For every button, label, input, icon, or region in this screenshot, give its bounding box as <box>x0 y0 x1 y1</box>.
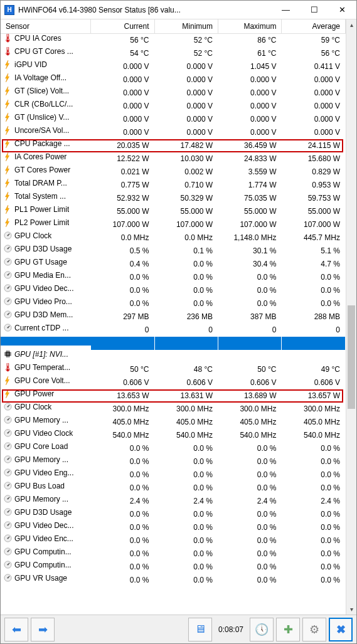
table-row[interactable]: GPU Media En...0.0 %0.0 %0.0 %0.0 % <box>1 271 346 284</box>
table-row[interactable]: Total DRAM P...0.775 W0.710 W1.774 W0.95… <box>1 179 346 192</box>
titlebar[interactable]: H HWiNFO64 v6.14-3980 Sensor Status [86 … <box>1 1 356 19</box>
table-row[interactable]: PL2 Power Limit107.000 W107.000 W107.000… <box>1 218 346 231</box>
expand-left-button[interactable]: ⬅ <box>4 618 28 641</box>
table-row[interactable]: IA Voltage Off...0.000 V0.000 V0.000 V0.… <box>1 73 346 87</box>
sensor-cell[interactable]: GPU D3D Mem... <box>1 310 91 319</box>
table-row[interactable]: iGPU VID0.000 V0.000 V1.045 V0.411 V <box>1 60 346 73</box>
table-row[interactable]: CLR (CBo/LLC/...0.000 V0.000 V0.000 V0.0… <box>1 100 346 113</box>
sensor-cell[interactable]: GPU D3D Usage <box>1 508 91 517</box>
sensor-cell[interactable]: GPU Video Pro... <box>1 297 91 306</box>
sensor-cell[interactable]: CPU IA Cores <box>1 34 91 43</box>
table-row[interactable]: CPU IA Cores56 °C52 °C86 °C59 °C <box>1 34 346 47</box>
clock-button[interactable]: 🕔 <box>250 618 274 641</box>
sensor-cell[interactable]: GPU Video Dec... <box>1 284 91 293</box>
sensor-cell[interactable]: GPU GT Usage <box>1 258 91 267</box>
table-row[interactable]: GPU D3D Mem...297 MB236 MB387 MB288 MB <box>1 310 346 324</box>
table-row[interactable]: GPU Video Enc...0.0 %0.0 %0.0 %0.0 % <box>1 534 346 547</box>
sensor-cell[interactable]: GPU Memory ... <box>1 495 91 504</box>
table-row[interactable]: GPU Bus Load0.0 %0.0 %0.0 %0.0 % <box>1 482 346 495</box>
table-row[interactable]: GPU Memory ...2.4 %2.4 %2.4 %2.4 % <box>1 495 346 508</box>
sensor-cell[interactable]: CLR (CBo/LLC/... <box>1 100 91 108</box>
sensor-cell[interactable] <box>1 337 91 346</box>
table-row[interactable]: GPU Core Load0.0 %0.0 %0.0 %0.0 % <box>1 442 346 455</box>
sensor-cell[interactable]: GPU D3D Usage <box>1 245 91 253</box>
table-row[interactable]: Uncore/SA Vol...0.000 V0.000 V0.000 V0.0… <box>1 126 346 139</box>
sensor-cell[interactable]: IA Voltage Off... <box>1 73 91 82</box>
sensor-cell[interactable]: Current cTDP ... <box>1 324 91 332</box>
table-row[interactable]: GPU Video Clock540.0 MHz540.0 MHz540.0 M… <box>1 429 346 442</box>
table-row[interactable]: CPU GT Cores ...54 °C52 °C61 °C56 °C <box>1 47 346 60</box>
sensor-cell[interactable]: Total System ... <box>1 192 91 201</box>
sensor-cell[interactable]: PL1 Power Limit <box>1 205 91 214</box>
table-row[interactable]: GPU Clock300.0 MHz300.0 MHz300.0 MHz300.… <box>1 403 346 416</box>
sensor-cell[interactable]: GPU Memory ... <box>1 416 91 425</box>
sensor-cell[interactable]: iGPU VID <box>1 60 91 69</box>
sensor-cell[interactable]: GPU Power <box>1 389 91 398</box>
sensor-cell[interactable]: CPU Package ... <box>1 139 91 148</box>
sensor-cell[interactable]: GPU [#1]: NVI... <box>1 350 91 359</box>
sensor-cell[interactable]: GPU Core Load <box>1 442 91 451</box>
col-current[interactable]: Current <box>91 19 154 34</box>
table-row[interactable] <box>1 337 346 350</box>
table-row[interactable]: GPU Temperat...50 °C48 °C50 °C49 °C <box>1 363 346 376</box>
sensor-cell[interactable]: GT (Unslice) V... <box>1 113 91 122</box>
table-row[interactable]: GPU Memory ...405.0 MHz405.0 MHz405.0 MH… <box>1 416 346 429</box>
sensor-cell[interactable]: PL2 Power Limit <box>1 218 91 227</box>
sensor-cell[interactable]: IA Cores Power <box>1 152 91 161</box>
minimize-button[interactable]: — <box>272 1 300 19</box>
scroll-thumb[interactable] <box>348 305 355 409</box>
sensor-cell[interactable]: GPU Computin... <box>1 561 91 569</box>
table-row[interactable]: GPU Video Eng...0.0 %0.0 %0.0 %0.0 % <box>1 468 346 482</box>
table-row[interactable]: GPU D3D Usage0.5 %0.1 %30.1 %5.1 % <box>1 245 346 258</box>
sensor-cell[interactable]: GPU Clock <box>1 403 91 411</box>
sensor-cell[interactable]: GPU Video Enc... <box>1 534 91 543</box>
col-sensor[interactable]: Sensor <box>1 19 91 34</box>
table-row[interactable]: IA Cores Power12.522 W10.030 W24.833 W15… <box>1 152 346 166</box>
sensor-cell[interactable]: GPU Clock <box>1 231 91 240</box>
table-row[interactable]: GT (Slice) Volt...0.000 V0.000 V0.000 V0… <box>1 87 346 100</box>
network-button[interactable]: 🖥 <box>188 618 212 641</box>
table-row[interactable]: GPU D3D Usage0.0 %0.0 %0.0 %0.0 % <box>1 508 346 521</box>
sensor-cell[interactable]: GPU Temperat... <box>1 363 91 372</box>
sensor-cell[interactable]: CPU GT Cores ... <box>1 47 91 56</box>
sensor-cell[interactable]: GPU Computin... <box>1 547 91 556</box>
table-row[interactable]: GPU Core Volt...0.606 V0.606 V0.606 V0.6… <box>1 376 346 389</box>
sensor-cell[interactable]: GPU Video Clock <box>1 429 91 438</box>
table-row[interactable]: GPU Video Dec...0.0 %0.0 %0.0 %0.0 % <box>1 521 346 534</box>
settings-button[interactable]: ⚙ <box>302 618 326 641</box>
scroll-up-icon[interactable]: ▴ <box>346 19 356 30</box>
col-maximum[interactable]: Maximum <box>218 19 281 34</box>
vertical-scrollbar[interactable]: ▴ ▾ <box>346 19 356 615</box>
table-row[interactable]: GPU Computin...0.0 %0.0 %0.0 %0.0 % <box>1 561 346 574</box>
table-row[interactable]: GT (Unslice) V...0.000 V0.000 V0.000 V0.… <box>1 113 346 126</box>
table-row[interactable]: PL1 Power Limit55.000 W55.000 W55.000 W5… <box>1 205 346 218</box>
table-row[interactable]: GPU VR Usage0.0 %0.0 %0.0 %0.0 % <box>1 574 346 587</box>
table-row[interactable]: GPU Power13.653 W13.631 W13.689 W13.657 … <box>1 389 346 403</box>
sensor-cell[interactable]: Uncore/SA Vol... <box>1 126 91 135</box>
sensor-cell[interactable]: GT Cores Power <box>1 166 91 174</box>
sensor-cell[interactable]: GPU Core Volt... <box>1 376 91 385</box>
table-row[interactable]: GPU Video Dec...0.0 %0.0 %0.0 %0.0 % <box>1 284 346 297</box>
sensor-cell[interactable]: GPU Media En... <box>1 271 91 280</box>
scroll-track[interactable] <box>346 30 356 604</box>
table-row[interactable]: GPU Clock0.0 MHz0.0 MHz1,148.0 MHz445.7 … <box>1 231 346 245</box>
sensor-cell[interactable]: GPU VR Usage <box>1 574 91 583</box>
close-button[interactable]: ✕ <box>328 1 356 19</box>
table-row[interactable]: GPU Video Pro...0.0 %0.0 %0.0 %0.0 % <box>1 297 346 310</box>
scroll-down-icon[interactable]: ▾ <box>346 604 356 615</box>
close-sensor-button[interactable]: ✖ <box>329 618 353 641</box>
sensor-cell[interactable]: GT (Slice) Volt... <box>1 87 91 95</box>
sensor-cell[interactable]: Total DRAM P... <box>1 179 91 187</box>
sensor-cell[interactable]: GPU Memory ... <box>1 455 91 464</box>
log-button[interactable]: ✚ <box>276 618 300 641</box>
col-average[interactable]: Average <box>282 19 346 34</box>
table-row[interactable]: CPU Package ...20.035 W17.482 W36.459 W2… <box>1 139 346 152</box>
table-row[interactable]: GPU GT Usage0.4 %0.0 %30.4 %4.7 % <box>1 258 346 271</box>
table-row[interactable]: GPU [#1]: NVI... <box>1 350 346 363</box>
table-row[interactable]: GT Cores Power0.021 W0.002 W3.559 W0.829… <box>1 166 346 179</box>
expand-right-button[interactable]: ➡ <box>31 618 55 641</box>
maximize-button[interactable]: ☐ <box>300 1 328 19</box>
table-row[interactable]: Current cTDP ...0000 <box>1 324 346 337</box>
table-row[interactable]: GPU Computin...0.0 %0.0 %0.0 %0.0 % <box>1 547 346 561</box>
sensor-cell[interactable]: GPU Bus Load <box>1 482 91 490</box>
